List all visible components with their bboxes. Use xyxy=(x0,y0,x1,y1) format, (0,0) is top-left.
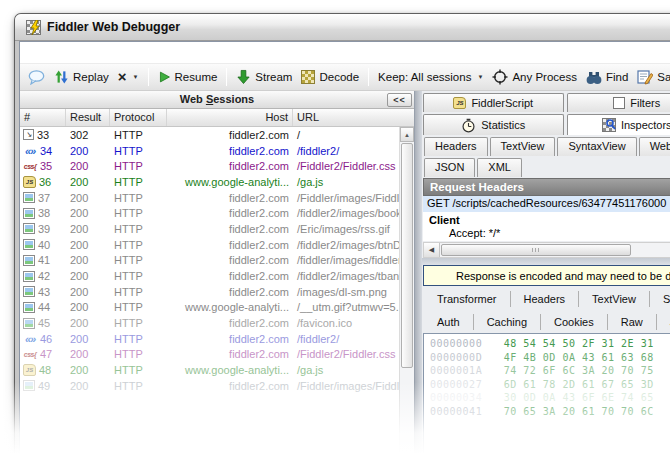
session-host: www.google-analyti... xyxy=(167,176,293,188)
session-row[interactable]: 45 200 HTTP fiddler2.com /favicon.ico xyxy=(20,315,399,331)
request-inspector-tabs: HeadersTextViewSyntaxViewWebFo xyxy=(422,135,670,156)
session-row[interactable]: 44 200 HTTP www.google-analyti... /__utm… xyxy=(20,300,399,316)
scrollbar-thumb[interactable] xyxy=(401,143,413,368)
session-result: 200 xyxy=(66,333,110,345)
main-area: Web Sessions << # Result Protocol Host U… xyxy=(20,91,670,464)
html-icon xyxy=(23,333,37,345)
request-inspector-tab[interactable]: JSON xyxy=(424,158,475,177)
response-inspector-tab[interactable]: Headers xyxy=(511,291,580,307)
scroll-up-icon[interactable]: ▲ xyxy=(400,127,414,142)
session-row[interactable]: 38 200 HTTP fiddler2.com /fiddler2/image… xyxy=(20,205,399,221)
session-url: /Fiddler2/Fiddler.css xyxy=(293,160,399,172)
session-row[interactable]: 42 200 HTTP fiddler2.com /fiddler2/image… xyxy=(20,268,399,284)
menu-item[interactable] xyxy=(80,50,98,56)
session-result: 200 xyxy=(66,301,110,313)
column-header-protocol[interactable]: Protocol xyxy=(110,109,167,126)
session-row[interactable]: 37 200 HTTP fiddler2.com /Fiddler/images… xyxy=(20,190,399,206)
remove-icon: × xyxy=(118,71,127,83)
session-row[interactable]: 49 200 HTTP fiddler2.com /Fiddler/images… xyxy=(20,378,399,394)
column-header-url[interactable]: URL xyxy=(293,109,414,126)
session-row[interactable]: 48 200 HTTP www.google-analyti... /ga.js xyxy=(20,362,399,378)
comment-button[interactable] xyxy=(25,68,48,87)
session-id: 44 xyxy=(38,301,50,313)
stream-icon xyxy=(236,69,251,85)
hex-view[interactable]: 00000000 48 54 54 50 2F 31 2E 31 0000000… xyxy=(423,333,670,464)
response-inspector-tab[interactable]: Transformer xyxy=(424,291,511,307)
decode-label: Decode xyxy=(319,71,359,83)
any-process-button[interactable]: Any Process xyxy=(489,67,580,87)
response-inspector-tab[interactable]: Caching xyxy=(474,314,541,330)
decode-button[interactable]: Decode xyxy=(298,68,362,86)
stream-button[interactable]: Stream xyxy=(233,67,295,87)
session-row[interactable]: 36 200 HTTP www.google-analyti... /ga.js xyxy=(20,174,399,190)
collapse-panel-button[interactable]: << xyxy=(387,93,412,107)
tab-statistics[interactable]: Statistics xyxy=(423,114,564,135)
request-inspector-tab[interactable]: XML xyxy=(477,158,522,177)
menu-item[interactable] xyxy=(26,50,44,56)
session-row[interactable]: 33 302 HTTP fiddler2.com / xyxy=(20,127,399,143)
response-inspector-tab[interactable]: Raw xyxy=(608,314,657,330)
request-inspector-tab[interactable]: SyntaxView xyxy=(557,137,636,156)
session-protocol: HTTP xyxy=(110,254,167,266)
session-row[interactable]: 46 200 HTTP fiddler2.com /fiddler2/ xyxy=(20,331,399,347)
session-protocol: HTTP xyxy=(110,270,167,282)
menu-item[interactable] xyxy=(98,50,116,56)
headers-hscrollbar[interactable]: ◀ xyxy=(423,242,670,258)
request-inspector-tab[interactable]: Headers xyxy=(424,137,488,156)
session-host: fiddler2.com xyxy=(167,160,293,172)
resume-button[interactable]: Resume xyxy=(155,68,221,86)
title-bar[interactable]: Fiddler Web Debugger xyxy=(15,14,670,41)
session-id: 37 xyxy=(38,192,50,204)
session-row[interactable]: 41 200 HTTP fiddler2.com /fiddler/images… xyxy=(20,253,399,269)
session-result: 200 xyxy=(66,207,110,219)
session-protocol: HTTP xyxy=(110,348,167,360)
response-inspector-tab[interactable]: JSO xyxy=(657,314,670,330)
tab-inspectors[interactable]: Inspectors xyxy=(567,114,670,135)
session-id: 49 xyxy=(38,380,50,392)
tool-tabs-back-row: FiddlerScript Filters xyxy=(422,91,670,112)
column-header-host[interactable]: Host xyxy=(167,109,293,126)
save-button[interactable]: Save xyxy=(634,67,670,87)
request-inspector-tab[interactable]: TextView xyxy=(490,137,556,156)
session-result: 200 xyxy=(66,254,110,266)
hscrollbar-thumb[interactable] xyxy=(441,244,631,256)
remove-button[interactable]: × ▼ xyxy=(115,69,142,85)
panel-splitter[interactable] xyxy=(415,91,422,464)
session-url: /fiddler2/ xyxy=(293,333,399,345)
accept-header[interactable]: Accept: */* xyxy=(423,226,670,241)
session-row[interactable]: 47 200 HTTP fiddler2.com /Fiddler2/Fiddl… xyxy=(20,347,399,363)
session-host: fiddler2.com xyxy=(167,145,293,157)
session-row[interactable]: 43 200 HTTP fiddler2.com /images/dl-sm.p… xyxy=(20,284,399,300)
response-inspector-tab[interactable]: TextView xyxy=(579,291,650,307)
session-host: fiddler2.com xyxy=(167,239,293,251)
session-row[interactable]: 40 200 HTTP fiddler2.com /fiddler2/image… xyxy=(20,237,399,253)
replay-button[interactable]: Replay xyxy=(51,67,112,87)
session-row[interactable]: 35 200 HTTP fiddler2.com /Fiddler2/Fiddl… xyxy=(20,158,399,174)
encoding-notice[interactable]: Response is encoded and may need to be d… xyxy=(423,265,670,286)
menu-item[interactable] xyxy=(44,50,62,56)
tab-filters[interactable]: Filters xyxy=(567,93,670,112)
request-inspector-tab[interactable]: WebFo xyxy=(639,137,670,156)
tab-fiddlerscript[interactable]: FiddlerScript xyxy=(423,93,564,112)
response-inspector-tab[interactable]: Auth xyxy=(424,314,474,330)
session-url: /favicon.ico xyxy=(293,317,399,329)
request-response-splitter[interactable] xyxy=(422,258,670,265)
menu-item[interactable] xyxy=(116,50,134,56)
column-header-num[interactable]: # xyxy=(20,109,66,126)
session-result: 200 xyxy=(66,160,110,172)
client-section-label[interactable]: Client xyxy=(423,212,670,226)
menu-item[interactable] xyxy=(62,50,80,56)
scroll-left-icon[interactable]: ◀ xyxy=(424,243,440,257)
keep-sessions-dropdown[interactable]: Keep: All sessions ▼ xyxy=(375,69,486,85)
session-protocol: HTTP xyxy=(110,207,167,219)
response-inspector-tab[interactable]: Synta xyxy=(650,291,670,307)
column-header-result[interactable]: Result xyxy=(66,109,110,126)
request-line[interactable]: GET /scripts/cachedResources/63477451176… xyxy=(423,196,670,212)
session-row[interactable]: 39 200 HTTP fiddler2.com /Eric/images/rs… xyxy=(20,221,399,237)
response-inspector-tab[interactable]: Cookies xyxy=(541,314,608,330)
menu-item[interactable] xyxy=(134,50,152,56)
session-row[interactable]: 34 200 HTTP fiddler2.com /fiddler2/ xyxy=(20,143,399,159)
find-button[interactable]: Find xyxy=(583,68,631,87)
sessions-scrollbar[interactable]: ▲ xyxy=(399,127,414,464)
response-inspector-tabs: TransformerHeadersTextViewSynta xyxy=(422,286,670,309)
